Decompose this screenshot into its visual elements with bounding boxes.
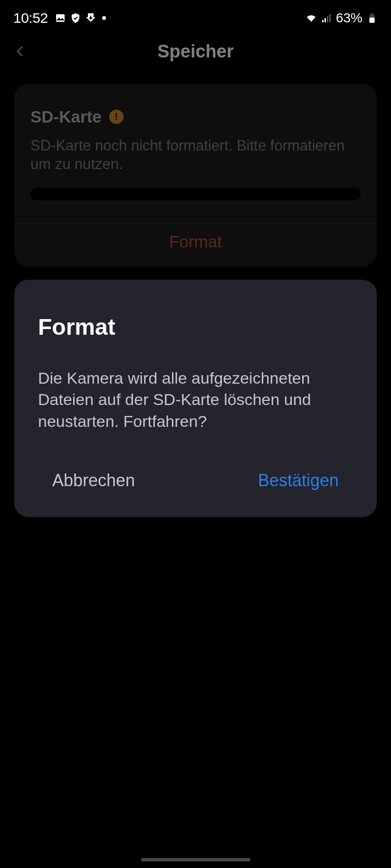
status-bar: 10:52 63% <box>0 0 391 32</box>
status-time: 10:52 <box>13 10 48 26</box>
warning-icon: ! <box>109 110 124 124</box>
home-indicator[interactable] <box>141 858 250 861</box>
sd-card-description: SD-Karte noch nicht formatiert. Bitte fo… <box>30 137 361 174</box>
sd-card-title: SD-Karte <box>30 107 102 126</box>
sd-card-title-row: SD-Karte ! <box>30 107 361 126</box>
dialog-title: Format <box>38 314 353 340</box>
svg-rect-3 <box>327 16 328 22</box>
app-header: Speicher <box>0 34 391 68</box>
signal-icon <box>321 12 332 24</box>
image-icon <box>55 12 66 24</box>
battery-icon <box>366 12 378 24</box>
back-button[interactable] <box>10 42 29 61</box>
confirm-button[interactable]: Bestätigen <box>258 467 339 494</box>
format-button[interactable]: Format <box>14 217 377 266</box>
sd-card-panel: SD-Karte ! SD-Karte noch nicht formatier… <box>14 84 377 266</box>
shield-check-icon <box>70 12 81 24</box>
dialog-buttons: Abbrechen Bestätigen <box>38 467 353 494</box>
svg-rect-6 <box>370 18 375 23</box>
status-left: 10:52 <box>13 10 106 26</box>
battery-percent: 63% <box>336 10 362 26</box>
wifi-icon <box>305 12 317 24</box>
status-right: 63% <box>305 10 378 26</box>
svg-rect-2 <box>324 18 326 22</box>
chevron-left-icon <box>13 42 27 61</box>
svg-rect-7 <box>371 13 373 15</box>
cancel-button[interactable]: Abbrechen <box>52 467 135 494</box>
svg-rect-0 <box>56 14 65 22</box>
format-dialog: Format Die Kamera wird alle aufgezeichne… <box>14 280 377 518</box>
download-icon <box>85 12 96 24</box>
svg-rect-1 <box>322 20 324 22</box>
svg-rect-4 <box>329 14 331 22</box>
notification-dot-icon <box>102 16 106 20</box>
status-icons-left <box>55 12 106 24</box>
storage-progress-bar <box>30 188 361 200</box>
page-title: Speicher <box>0 41 391 62</box>
dialog-message: Die Kamera wird alle aufgezeichneten Dat… <box>38 368 353 433</box>
